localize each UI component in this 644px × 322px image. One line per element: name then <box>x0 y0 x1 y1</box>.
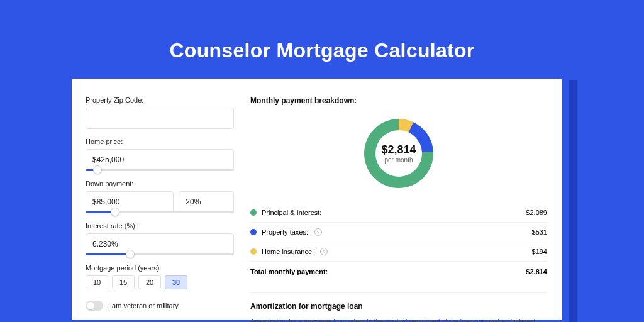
interest-rate-input[interactable] <box>86 233 234 255</box>
down-payment-slider[interactable] <box>86 211 234 213</box>
breakdown-row: Home insurance:?$194 <box>250 242 547 262</box>
help-icon[interactable]: ? <box>314 228 322 236</box>
legend-dot-icon <box>250 248 257 255</box>
calculator-card: Property Zip Code: Home price: Down paym… <box>72 79 562 320</box>
legend-dot-icon <box>250 229 257 235</box>
breakdown-value: $2,089 <box>526 209 547 216</box>
slider-thumb-icon[interactable] <box>126 250 135 258</box>
mortgage-period-options: 10152030 <box>86 275 234 289</box>
down-payment-amount-input[interactable] <box>86 191 174 213</box>
down-payment-label: Down payment: <box>86 180 234 187</box>
slider-thumb-icon[interactable] <box>93 165 102 174</box>
interest-rate-field-group: Interest rate (%): <box>86 222 234 255</box>
period-option-20[interactable]: 20 <box>138 275 161 289</box>
breakdown-value: $194 <box>532 248 547 255</box>
home-price-input[interactable] <box>86 149 234 170</box>
interest-rate-slider[interactable] <box>86 253 234 255</box>
home-price-label: Home price: <box>86 138 234 145</box>
veteran-row: I am veteran or military <box>86 301 234 311</box>
donut-center-amount: $2,814 <box>381 143 416 157</box>
down-payment-field-group: Down payment: <box>86 180 234 213</box>
mortgage-period-label: Mortgage period (years): <box>86 264 234 272</box>
donut-center-sub: per month <box>381 157 416 164</box>
breakdown-panel: Monthly payment breakdown: $2,814 <box>248 79 562 320</box>
card-shadow <box>569 80 577 322</box>
toggle-knob-icon <box>87 302 94 309</box>
breakdown-list: Principal & Interest:$2,089Property taxe… <box>250 203 547 262</box>
amortization-text: Amortization for a mortgage loan refers … <box>250 317 547 322</box>
mortgage-period-field-group: Mortgage period (years): 10152030 <box>86 264 234 289</box>
breakdown-row: Principal & Interest:$2,089 <box>250 203 547 223</box>
amortization-block: Amortization for mortgage loan Amortizat… <box>250 292 547 322</box>
home-price-slider[interactable] <box>86 169 234 171</box>
legend-dot-icon <box>250 209 257 216</box>
total-value: $2,814 <box>526 268 547 275</box>
total-label: Total monthly payment: <box>250 268 328 275</box>
help-icon[interactable]: ? <box>320 248 328 255</box>
payment-donut-chart: $2,814 per month <box>358 113 440 194</box>
veteran-label: I am veteran or military <box>108 302 179 309</box>
interest-rate-label: Interest rate (%): <box>86 222 234 230</box>
zip-field-group: Property Zip Code: <box>86 96 234 129</box>
amortization-title: Amortization for mortgage loan <box>250 302 547 311</box>
breakdown-label: Principal & Interest: <box>262 209 321 216</box>
zip-label: Property Zip Code: <box>86 96 234 104</box>
down-payment-percent-input[interactable] <box>179 191 234 213</box>
breakdown-label: Home insurance: <box>262 248 314 255</box>
breakdown-row: Property taxes:?$531 <box>250 223 547 242</box>
slider-thumb-icon[interactable] <box>111 208 119 216</box>
period-option-10[interactable]: 10 <box>86 275 108 289</box>
period-option-30[interactable]: 30 <box>165 275 187 289</box>
period-option-15[interactable]: 15 <box>112 275 135 289</box>
breakdown-total-row: Total monthly payment: $2,814 <box>250 262 547 281</box>
home-price-field-group: Home price: <box>86 138 234 171</box>
inputs-panel: Property Zip Code: Home price: Down paym… <box>72 79 248 320</box>
page-title: Counselor Mortgage Calculator <box>0 0 644 79</box>
veteran-toggle[interactable] <box>86 301 103 311</box>
breakdown-value: $531 <box>532 228 547 236</box>
zip-input[interactable] <box>86 108 234 129</box>
breakdown-title: Monthly payment breakdown: <box>250 96 547 105</box>
breakdown-label: Property taxes: <box>262 228 308 236</box>
